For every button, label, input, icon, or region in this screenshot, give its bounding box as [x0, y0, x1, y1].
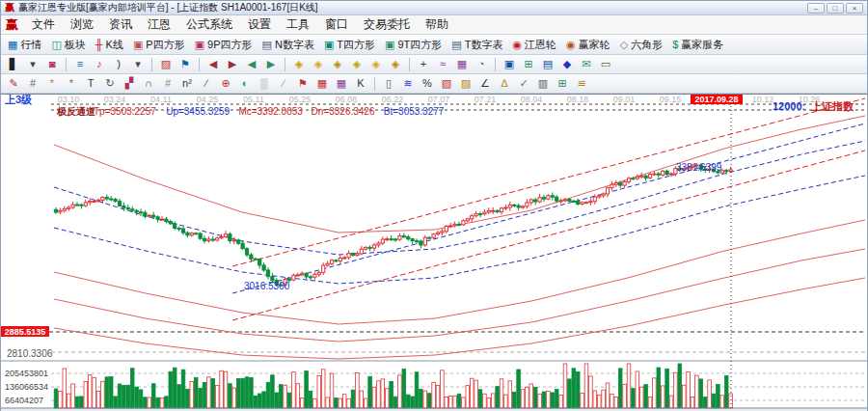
fib-zone-icon[interactable]: ▧	[438, 75, 455, 92]
volume-bar	[699, 379, 703, 408]
quote-list-icon[interactable]: ▤	[539, 56, 556, 72]
gann-tool-6-icon[interactable]: ◈	[387, 56, 404, 72]
kline-style-icon[interactable]: ▋	[5, 56, 22, 72]
pattern-grid-icon[interactable]: ▨	[157, 56, 175, 72]
time-clock-icon[interactable]: ◔	[473, 56, 490, 72]
wave-tool-icon[interactable]: ≈	[434, 56, 451, 72]
volume-bar	[313, 398, 317, 408]
crosshair-tool-icon[interactable]: +	[415, 56, 432, 72]
save-icon[interactable]: ◆	[558, 56, 576, 72]
quotes-button[interactable]: ▦行情	[4, 36, 47, 54]
indicator-stamp-icon[interactable]: ◙	[43, 56, 61, 72]
gann-tool-2-icon[interactable]: ◈	[310, 56, 327, 72]
next-candle-icon[interactable]: ▶	[262, 56, 280, 72]
maximize-button[interactable]: □	[827, 3, 844, 14]
winner-service-button[interactable]: $赢家服务	[668, 36, 729, 54]
flag-marker-icon[interactable]: ⚑	[176, 56, 194, 72]
gann-grid-icon[interactable]: #	[24, 75, 41, 92]
time-grid-icon[interactable]: ▦	[333, 75, 350, 92]
9t-square-button[interactable]: ▣9T四方形	[381, 36, 448, 54]
sound-alert-icon[interactable]: ♪	[91, 56, 108, 72]
sectors-button[interactable]: ◫板块	[47, 36, 91, 54]
kline-style-dropdown-icon[interactable]: ▾	[24, 56, 41, 72]
k-marker-icon[interactable]: K	[352, 75, 369, 92]
menu-item-0[interactable]: 文件	[24, 14, 63, 35]
date-label: 07.21	[475, 95, 497, 104]
gann-fan-icon[interactable]: *	[43, 75, 61, 92]
menu-item-4[interactable]: 公式系统	[178, 14, 240, 35]
close-button[interactable]: ×	[846, 3, 863, 14]
menu-item-5[interactable]: 设置	[240, 14, 279, 35]
9p-square-button[interactable]: ▣9P四方形	[191, 36, 258, 54]
t-square-label: T四方形	[337, 38, 375, 52]
info-list-icon[interactable]: ≡	[71, 56, 89, 72]
wave-lines-icon[interactable]: ≋	[399, 75, 417, 92]
p-square-button[interactable]: ▣P四方形	[129, 36, 191, 54]
volume-bar	[521, 390, 525, 408]
hexagon-button[interactable]: ◇六角形	[616, 36, 668, 54]
percent-retrace-icon[interactable]: %	[419, 75, 436, 92]
parallel-tool-icon[interactable]: ≌	[573, 75, 590, 92]
price-marker-value: 2885.5135	[5, 327, 46, 337]
text-tool-icon[interactable]: T	[82, 75, 99, 92]
arc-tool-icon[interactable]: )	[110, 56, 127, 72]
level-2810-label: 2810.3306	[7, 348, 53, 359]
menu-item-9[interactable]: 帮助	[418, 14, 456, 35]
arc-dropdown-icon[interactable]: ▾	[129, 56, 147, 72]
square-grid-icon[interactable]: #	[159, 75, 176, 92]
9t-square-icon: ▣	[385, 40, 394, 50]
channel-tool-icon[interactable]: ▥	[534, 75, 552, 92]
last-page-icon[interactable]: ▶	[224, 56, 241, 72]
menu-item-3[interactable]: 江恩	[140, 14, 178, 35]
trend-line-icon[interactable]: ∕	[198, 75, 215, 92]
volume-bar	[203, 383, 206, 409]
gann-tool-4-icon[interactable]: ◈	[348, 56, 366, 72]
gann-tool-3-icon[interactable]: ◈	[329, 56, 346, 72]
price-grid-icon[interactable]: ▦	[313, 75, 331, 92]
volume-bar	[627, 364, 631, 408]
calendar-icon[interactable]: ▣	[501, 56, 518, 72]
first-page-icon[interactable]: ◀	[204, 56, 222, 72]
menu-item-2[interactable]: 资讯	[101, 14, 140, 35]
compass-icon[interactable]: ⊕	[217, 75, 234, 92]
cycle-tool-icon[interactable]: ↻	[101, 75, 119, 92]
volume-bar	[597, 395, 601, 408]
hatch-tool-icon[interactable]: ▞	[121, 75, 138, 92]
gann-tool-5-icon[interactable]: ◈	[367, 56, 385, 72]
n-number-table-button[interactable]: ▤N数字表	[258, 36, 320, 54]
square-of-nine-icon[interactable]: n²	[178, 75, 196, 92]
pencil-icon[interactable]: ✎	[5, 75, 22, 92]
matrix-tool-icon[interactable]: ⊞	[554, 75, 571, 92]
arc-line-icon[interactable]: ∩	[140, 75, 157, 92]
golden-zone-icon[interactable]: ▨	[457, 75, 475, 92]
t-square-button[interactable]: ▣T四方形	[320, 36, 381, 54]
candle-body	[445, 227, 448, 232]
delivery-icon[interactable]: ▭	[597, 56, 614, 72]
kline-chart[interactable]: 03.1003.2404.1104.2505.1105.2506.0806.22…	[1, 95, 867, 411]
prev-candle-icon[interactable]: ◀	[243, 56, 260, 72]
menu-item-7[interactable]: 窗口	[317, 14, 356, 35]
ray-line-icon[interactable]: ∕	[275, 75, 292, 92]
gann-fan-2-icon[interactable]: *	[63, 75, 80, 92]
triangle-tool-icon[interactable]: ∆	[496, 75, 513, 92]
volume-bar	[381, 379, 385, 408]
t-number-table-button[interactable]: ▤T数字表	[448, 36, 508, 54]
gann-wheel-button[interactable]: ◉江恩轮	[508, 36, 562, 54]
data-table-icon[interactable]: ⊞	[520, 56, 537, 72]
kline-button[interactable]: ╫K线	[92, 36, 129, 54]
winner-wheel-button[interactable]: ◉赢家轮	[562, 36, 616, 54]
menu-item-1[interactable]: 浏览	[63, 14, 101, 35]
rect-tool-icon[interactable]: ▯	[380, 75, 397, 92]
menu-item-6[interactable]: 工具	[279, 14, 317, 35]
message-icon[interactable]: ✉	[578, 56, 595, 72]
angle-tool-icon[interactable]: ∠	[476, 75, 494, 92]
confirm-tool-icon[interactable]: ✓	[515, 75, 532, 92]
chart-area[interactable]: 03.1003.2404.1104.2505.1105.2506.0806.22…	[1, 94, 867, 410]
grid-zoom-icon[interactable]: ▦	[453, 56, 471, 72]
gann-tool-1-icon[interactable]: ◈	[290, 56, 308, 72]
flag-note-icon[interactable]: ⚑	[294, 75, 312, 92]
moon-phase-icon[interactable]: ◐	[236, 75, 254, 92]
menu-item-8[interactable]: 交易委托	[356, 14, 418, 35]
minimize-button[interactable]: –	[807, 3, 825, 14]
shade-tool-icon[interactable]: ▒	[256, 75, 273, 92]
